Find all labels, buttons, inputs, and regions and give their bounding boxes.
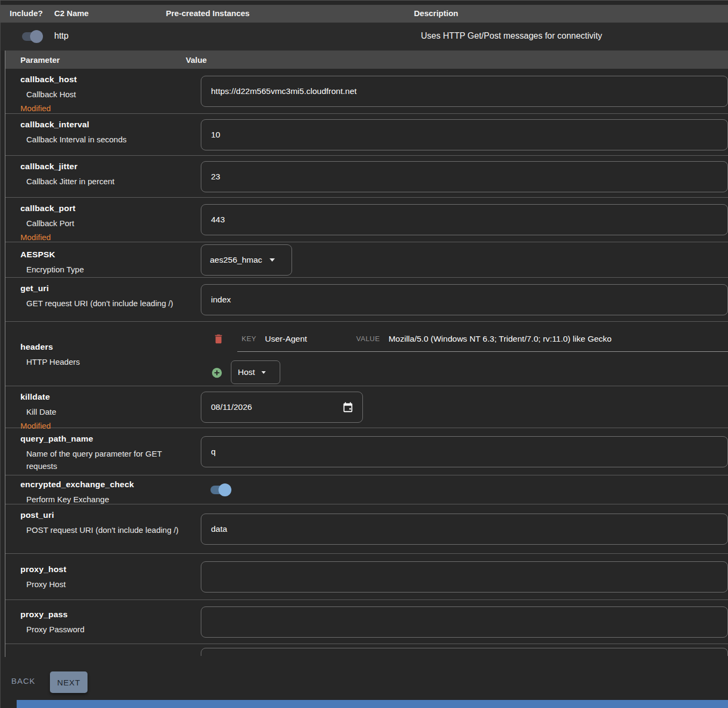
param-name: callback_port xyxy=(20,204,196,213)
param-name: post_uri xyxy=(20,510,196,520)
table-row: callback_interval Callback Interval in s… xyxy=(5,114,728,156)
param-name: get_uri xyxy=(20,284,196,293)
table-row: post_uri POST request URI (don't include… xyxy=(5,504,728,554)
param-description: Encryption Type xyxy=(20,263,179,276)
table-row: callback_host Callback Host Modified htt… xyxy=(5,69,728,114)
callback-port-input[interactable]: 443 xyxy=(201,204,728,235)
encryption-type-select[interactable]: aes256_hmac xyxy=(201,244,292,276)
killdate-value: 08/11/2026 xyxy=(211,402,252,412)
table-row: callback_port Callback Port Modified 443 xyxy=(5,198,728,242)
table-row: encrypted_exchange_check Perform Key Exc… xyxy=(5,475,728,504)
c2-profile-name: http xyxy=(54,31,69,41)
description-column-header: Description xyxy=(414,9,458,18)
calendar-icon[interactable] xyxy=(342,401,354,413)
param-name: headers xyxy=(20,342,196,352)
param-name: callback_interval xyxy=(20,120,196,129)
toggle-thumb xyxy=(219,483,231,496)
param-description: GET request URI (don't include leading /… xyxy=(20,297,179,309)
param-description: Proxy Host xyxy=(20,578,179,590)
proxy-pass-input[interactable] xyxy=(201,606,728,638)
param-description: Kill Date xyxy=(20,406,179,418)
key-label: KEY xyxy=(242,335,257,343)
param-name: proxy_pass xyxy=(20,610,196,619)
c2-profile-row: http Uses HTTP Get/Post messages for con… xyxy=(1,23,728,50)
callback-host-input[interactable]: https://d22m565vmc3mi5.cloudfront.net xyxy=(201,76,728,107)
header-key-input[interactable]: User-Agent xyxy=(265,334,356,344)
get-uri-input[interactable]: index xyxy=(201,284,728,315)
modified-badge: Modified xyxy=(20,233,196,242)
plus-icon xyxy=(211,367,223,379)
param-name: callback_host xyxy=(20,75,196,84)
trash-icon xyxy=(213,333,224,345)
payload-c2-config-page: Include? C2 Name Pre-created Instances D… xyxy=(0,0,728,708)
param-description: Callback Jitter in percent xyxy=(20,175,179,187)
param-description: HTTP Headers xyxy=(20,356,179,368)
encryption-type-value: aes256_hmac xyxy=(210,255,262,265)
table-row: query_path_name Name of the query parame… xyxy=(5,428,728,475)
killdate-input[interactable]: 08/11/2026 xyxy=(201,392,363,423)
parameter-column-header: Parameter xyxy=(5,55,186,64)
table-row: callback_jitter Callback Jitter in perce… xyxy=(5,156,728,198)
chevron-down-icon xyxy=(261,371,266,374)
table-row: proxy_pass Proxy Password xyxy=(5,600,728,644)
param-name: proxy_host xyxy=(20,565,196,574)
query-path-name-input[interactable]: q xyxy=(201,436,728,467)
param-description: Callback Host xyxy=(20,88,179,100)
table-row-partial xyxy=(5,644,728,656)
wizard-footer: BACK NEXT xyxy=(1,671,728,695)
c2-table-header: Include? C2 Name Pre-created Instances D… xyxy=(1,5,728,23)
add-header-option: Host xyxy=(238,367,255,377)
param-description: Name of the query parameter for GET requ… xyxy=(20,447,179,473)
table-row: proxy_host Proxy Host xyxy=(5,554,728,600)
c2-name-column-header: C2 Name xyxy=(54,9,89,18)
table-row: get_uri GET request URI (don't include l… xyxy=(5,278,728,322)
callback-interval-input[interactable]: 10 xyxy=(201,119,728,150)
include-column-header: Include? xyxy=(10,9,43,18)
modified-badge: Modified xyxy=(20,104,196,113)
next-button[interactable]: NEXT xyxy=(50,671,88,693)
table-row: AESPSK Encryption Type aes256_hmac xyxy=(5,242,728,278)
param-name: callback_jitter xyxy=(20,162,196,171)
header-value-input[interactable]: Mozilla/5.0 (Windows NT 6.3; Trident/7.0… xyxy=(389,334,612,344)
post-uri-input[interactable]: data xyxy=(201,514,728,545)
value-column-header: Value xyxy=(186,55,207,64)
back-button[interactable]: BACK xyxy=(11,676,35,685)
param-name: query_path_name xyxy=(20,434,196,444)
include-http-toggle[interactable] xyxy=(17,28,48,45)
param-name: killdate xyxy=(20,392,196,402)
add-header-select[interactable]: Host xyxy=(231,360,280,384)
param-description: POST request URI (don't include leading … xyxy=(20,524,179,536)
delete-header-button[interactable] xyxy=(213,333,225,345)
horizontal-scrollbar[interactable] xyxy=(17,700,728,708)
param-name: AESPSK xyxy=(20,250,196,259)
table-row: killdate Kill Date Modified 08/11/2026 xyxy=(5,386,728,428)
toggle-thumb xyxy=(30,30,43,43)
table-row: headers HTTP Headers KEY User-Agent VALU… xyxy=(5,322,728,386)
callback-jitter-input[interactable]: 23 xyxy=(201,161,728,192)
proxy-host-input[interactable] xyxy=(201,561,728,593)
parameter-table: Parameter Value callback_host Callback H… xyxy=(5,50,728,657)
instances-column-header: Pre-created Instances xyxy=(166,9,250,18)
param-description: Callback Port xyxy=(20,217,179,229)
c2-profile-description: Uses HTTP Get/Post messages for connecti… xyxy=(421,31,602,41)
value-label: VALUE xyxy=(356,335,380,343)
param-description: Proxy Password xyxy=(20,623,179,635)
encrypted-exchange-toggle[interactable] xyxy=(205,481,236,499)
parameter-table-header: Parameter Value xyxy=(5,50,728,69)
add-header-button[interactable] xyxy=(211,367,222,378)
param-name: encrypted_exchange_check xyxy=(20,480,196,489)
param-description: Callback Interval in seconds xyxy=(20,133,179,146)
chevron-down-icon xyxy=(270,258,275,262)
clipped-input[interactable] xyxy=(201,648,728,656)
param-description: Perform Key Exchange xyxy=(20,493,179,505)
